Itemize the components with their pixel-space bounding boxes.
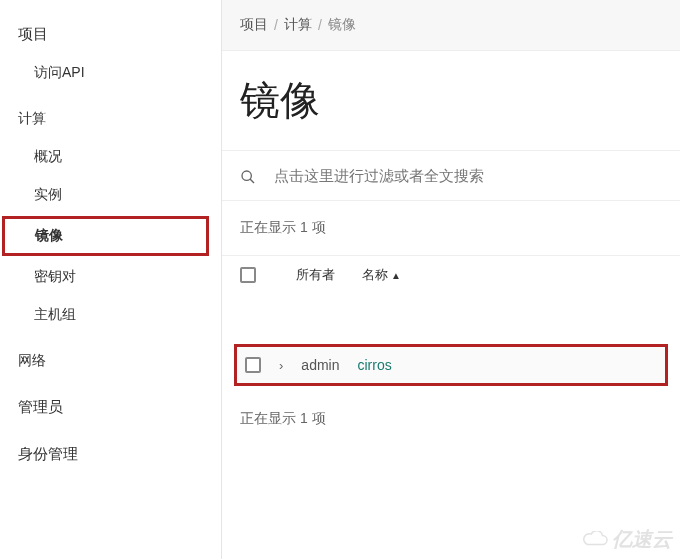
search-placeholder: 点击这里进行过滤或者全文搜索 (274, 167, 484, 186)
table-row: › admin cirros (234, 344, 668, 386)
breadcrumb-project[interactable]: 项目 (240, 16, 268, 34)
nav-project[interactable]: 项目 (0, 15, 221, 54)
breadcrumb-sep: / (274, 17, 278, 33)
nav-images[interactable]: 镜像 (5, 219, 206, 253)
row-checkbox[interactable] (245, 357, 261, 373)
nav-instances[interactable]: 实例 (0, 176, 221, 214)
nav-network[interactable]: 网络 (0, 342, 221, 380)
breadcrumb-images: 镜像 (328, 16, 356, 34)
search-filter[interactable]: 点击这里进行过滤或者全文搜索 (222, 150, 680, 201)
svg-point-0 (242, 171, 251, 180)
breadcrumb-sep: / (318, 17, 322, 33)
breadcrumb-compute[interactable]: 计算 (284, 16, 312, 34)
column-header-name-label: 名称 (362, 266, 388, 284)
item-count-top: 正在显示 1 项 (222, 201, 680, 255)
row-name-link[interactable]: cirros (357, 357, 391, 373)
select-all-checkbox[interactable] (240, 267, 256, 283)
column-header-owner[interactable]: 所有者 (296, 267, 344, 283)
column-header-name[interactable]: 名称 ▲ (362, 266, 401, 284)
search-icon (240, 169, 256, 185)
nav-overview[interactable]: 概况 (0, 138, 221, 176)
nav-identity[interactable]: 身份管理 (0, 435, 221, 474)
page-title: 镜像 (222, 51, 680, 150)
row-owner: admin (301, 357, 339, 373)
nav-images-active-highlight: 镜像 (2, 216, 209, 256)
nav-admin[interactable]: 管理员 (0, 388, 221, 427)
main-content: 项目 / 计算 / 镜像 镜像 点击这里进行过滤或者全文搜索 正在显示 1 项 … (222, 0, 680, 559)
item-count-bottom: 正在显示 1 项 (222, 386, 680, 428)
expand-row-icon[interactable]: › (279, 358, 283, 373)
breadcrumb: 项目 / 计算 / 镜像 (222, 0, 680, 51)
sort-ascending-icon: ▲ (391, 270, 401, 281)
nav-compute[interactable]: 计算 (0, 100, 221, 138)
nav-keypairs[interactable]: 密钥对 (0, 258, 221, 296)
nav-hostgroups[interactable]: 主机组 (0, 296, 221, 334)
svg-line-1 (250, 179, 254, 183)
nav-access-api[interactable]: 访问API (0, 54, 221, 92)
table-header: 所有者 名称 ▲ (222, 255, 680, 294)
sidebar: 项目 访问API 计算 概况 实例 镜像 密钥对 主机组 网络 管理员 身份管理 (0, 0, 222, 559)
